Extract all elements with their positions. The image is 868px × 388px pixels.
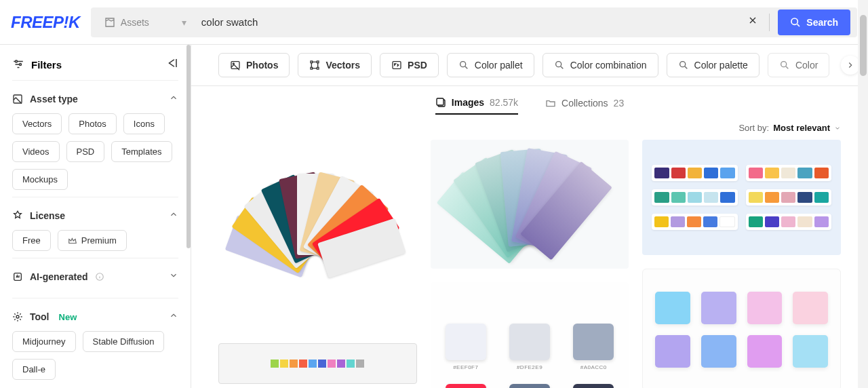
palette-grid-illustration (652, 165, 831, 230)
chip-psd[interactable]: PSD (66, 141, 105, 162)
result-card[interactable] (218, 343, 417, 384)
images-count: 82.57k (490, 97, 518, 108)
search-button[interactable]: Search (778, 9, 850, 35)
svg-point-15 (555, 62, 561, 67)
suggest-color[interactable]: Color (768, 53, 829, 77)
crown-icon (68, 236, 77, 246)
divider (769, 14, 770, 31)
images-icon (435, 97, 446, 108)
chip-free[interactable]: Free (12, 230, 51, 251)
search-icon (554, 60, 565, 71)
tool-icon (12, 311, 23, 322)
chip-photos[interactable]: Photos (68, 113, 116, 134)
suggest-color-palette[interactable]: Color palette (667, 53, 760, 77)
sort-dropdown[interactable]: Most relevant (773, 123, 841, 133)
info-icon (95, 272, 104, 282)
hex-swatches-illustration: #EEF0F7#DFE2E9#A0ACC0#FB284A#657691#363B… (444, 324, 616, 388)
assets-dropdown[interactable]: Assets ▾ (98, 17, 193, 28)
search-input[interactable] (193, 16, 739, 28)
logo[interactable]: FREEP!K (11, 13, 80, 32)
svg-rect-10 (317, 61, 319, 63)
chip-dalle[interactable]: Dall-e (12, 359, 56, 380)
svg-rect-7 (231, 62, 239, 69)
tool-header[interactable]: Tool New (12, 308, 178, 331)
chevron-down-icon (834, 125, 841, 132)
swatch-fan-illustration (250, 167, 385, 303)
result-card[interactable] (431, 140, 629, 269)
ai-generated-header[interactable]: AI-generated (12, 268, 178, 291)
suggest-photos[interactable]: Photos (218, 53, 290, 77)
license-icon (12, 210, 23, 221)
chip-vectors[interactable]: Vectors (12, 113, 62, 134)
filters-sidebar: Filters Asset type Vectors Photos Icons … (0, 45, 191, 388)
svg-point-14 (460, 62, 466, 67)
new-badge: New (59, 312, 77, 322)
chip-videos[interactable]: Videos (12, 141, 60, 162)
svg-point-1 (16, 60, 18, 62)
chip-midjourney[interactable]: Midjourney (12, 331, 76, 352)
result-card[interactable] (218, 140, 417, 330)
chevron-up-icon (169, 311, 178, 320)
psd-icon (391, 60, 402, 71)
clear-search-button[interactable] (739, 15, 766, 29)
search-icon (678, 60, 689, 71)
chevron-up-icon (169, 210, 178, 219)
tab-collections[interactable]: Collections 23 (545, 98, 624, 114)
image-icon (230, 60, 241, 71)
sidebar-scrollbar[interactable] (186, 45, 191, 248)
chevron-right-icon (846, 60, 855, 70)
chip-icons[interactable]: Icons (123, 113, 165, 134)
sort-by-label: Sort by: (738, 123, 769, 133)
svg-point-0 (791, 18, 797, 24)
svg-point-16 (679, 62, 685, 67)
scroll-suggestions-right[interactable] (841, 56, 860, 75)
suggest-color-combination[interactable]: Color combination (542, 53, 658, 77)
page-scrollbar[interactable] (858, 0, 868, 388)
search-icon (458, 60, 469, 71)
svg-rect-19 (437, 98, 443, 105)
paint-chips-illustration (441, 150, 618, 258)
license-header[interactable]: License (12, 207, 178, 230)
collapse-sidebar-button[interactable] (166, 58, 178, 71)
suggest-vectors[interactable]: Vectors (298, 53, 372, 77)
result-card[interactable]: #EEF0F7#DFE2E9#A0ACC0#FB284A#657691#363B… (431, 282, 629, 388)
chip-mockups[interactable]: Mockups (12, 169, 68, 190)
collections-count: 23 (614, 98, 625, 109)
asset-type-header[interactable]: Asset type (12, 90, 178, 113)
filters-icon (12, 58, 24, 71)
scroll-thumb[interactable] (860, 15, 867, 76)
svg-rect-9 (311, 61, 313, 63)
tab-images[interactable]: Images 82.57k (435, 97, 518, 115)
ai-icon (12, 271, 23, 282)
chip-templates[interactable]: Templates (111, 141, 172, 162)
result-card[interactable] (642, 269, 841, 388)
close-icon (747, 15, 758, 26)
result-card[interactable] (642, 140, 841, 255)
suggest-color-pallet[interactable]: Color pallet (447, 53, 534, 77)
collections-icon (545, 98, 556, 109)
svg-rect-12 (317, 67, 319, 69)
svg-point-17 (781, 62, 787, 67)
asset-type-icon (12, 94, 23, 104)
svg-point-6 (16, 315, 19, 318)
svg-rect-11 (311, 67, 313, 69)
pastel-swatches-illustration (655, 292, 828, 368)
svg-point-2 (20, 64, 22, 66)
chevron-down-icon (169, 271, 178, 280)
search-icon (779, 60, 790, 71)
search-icon (790, 17, 801, 28)
chip-premium[interactable]: Premium (58, 230, 127, 251)
assets-icon (104, 17, 115, 28)
svg-rect-13 (393, 62, 401, 69)
suggestions-row: Photos Vectors PSD Color pallet Color co… (191, 45, 868, 86)
vectors-icon (309, 60, 320, 71)
chip-stable-diffusion[interactable]: Stable Diffusion (83, 331, 165, 352)
suggest-psd[interactable]: PSD (380, 53, 439, 77)
filters-title: Filters (31, 59, 62, 71)
collapse-icon (166, 58, 178, 68)
chevron-down-icon: ▾ (182, 17, 186, 28)
swatch-row-illustration (271, 360, 364, 368)
chevron-up-icon (169, 93, 178, 102)
search-bar: Assets ▾ Search (91, 7, 857, 37)
